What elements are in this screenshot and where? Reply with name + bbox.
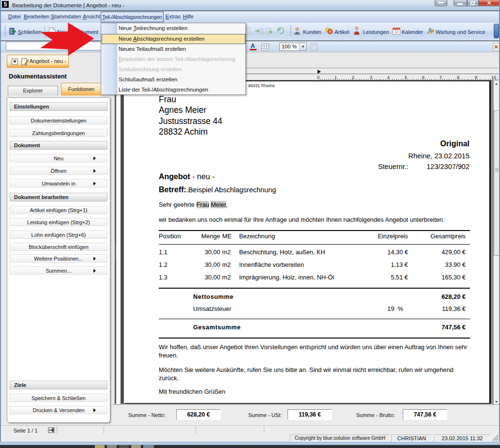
svg-text:12: 12	[394, 30, 398, 33]
